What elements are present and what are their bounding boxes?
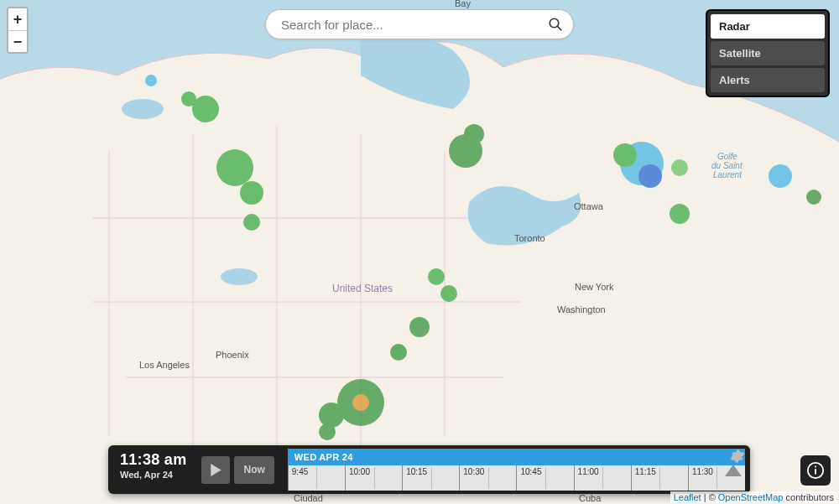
timeline-tick: 10:15 [402, 465, 459, 491]
timeline-header: WED APR 24 [288, 449, 745, 465]
info-icon [806, 461, 825, 480]
svg-point-19 [613, 143, 637, 167]
svg-point-16 [319, 423, 336, 440]
svg-point-4 [216, 149, 253, 186]
svg-point-18 [638, 164, 662, 188]
timeline-tick: 11:00 [574, 465, 631, 491]
city-label: Cuba [579, 493, 602, 503]
city-label: Los Angeles [139, 360, 190, 370]
play-icon [211, 464, 221, 476]
timeline-tick: 10:00 [345, 465, 402, 491]
svg-point-24 [145, 75, 157, 86]
svg-rect-31 [815, 466, 816, 468]
layer-tab-alerts[interactable]: Alerts [711, 68, 825, 92]
zoom-in-button[interactable]: + [8, 8, 27, 30]
svg-point-14 [352, 394, 369, 411]
svg-point-1 [122, 99, 164, 119]
svg-point-11 [409, 317, 430, 337]
city-label: Bay [455, 0, 471, 8]
attribution: Leaflet | © OpenStreetMap contributors [670, 491, 837, 503]
search-button[interactable] [538, 9, 573, 39]
zoom-out-button[interactable]: − [8, 30, 27, 52]
svg-point-21 [670, 204, 690, 224]
layer-tab-satellite[interactable]: Satellite [711, 41, 825, 65]
city-label: Phoenix [216, 350, 249, 360]
city-label: Ciudad [294, 493, 323, 503]
city-label: Ottawa [574, 201, 604, 211]
zoom-control: + − [7, 7, 29, 54]
timeline-scale[interactable]: 9:45 10:00 10:15 10:30 10:45 11:00 11:15… [288, 465, 745, 491]
timeline-tick: 11:15 [631, 465, 688, 491]
sea-label: Golfe [717, 152, 737, 161]
svg-line-28 [557, 26, 561, 30]
svg-point-9 [428, 268, 445, 285]
timeline-tick: 10:45 [516, 465, 573, 491]
layer-panel: Radar Satellite Alerts [706, 9, 830, 97]
svg-point-12 [390, 344, 407, 361]
timeline-control: 11:38 am Wed, Apr 24 Now WED APR 24 9:45… [108, 445, 750, 494]
info-button[interactable] [800, 455, 831, 486]
gear-icon [730, 449, 745, 464]
svg-point-0 [221, 268, 258, 285]
now-button[interactable]: Now [234, 456, 274, 484]
osm-link[interactable]: OpenStreetMap [718, 492, 784, 502]
play-button[interactable] [201, 456, 230, 484]
timeline-date: Wed, Apr 24 [120, 470, 186, 480]
svg-point-23 [769, 164, 792, 188]
timeline-tick: 9:45 [288, 465, 345, 491]
city-label: New York [575, 282, 614, 292]
svg-point-3 [181, 91, 196, 107]
timeline-tick: 10:30 [459, 465, 516, 491]
city-label: Toronto [514, 233, 545, 243]
leaflet-link[interactable]: Leaflet [674, 492, 701, 502]
svg-point-5 [240, 181, 263, 205]
svg-point-22 [806, 190, 821, 205]
search-bar [265, 9, 574, 39]
svg-text:du Saint: du Saint [711, 161, 743, 170]
search-input[interactable] [266, 18, 538, 32]
svg-point-8 [464, 124, 484, 144]
svg-point-20 [671, 159, 688, 176]
search-icon [548, 17, 563, 32]
svg-point-15 [319, 403, 344, 428]
svg-rect-30 [815, 469, 816, 474]
layer-tab-radar[interactable]: Radar [711, 14, 825, 39]
city-label: Washington [557, 304, 606, 314]
svg-point-6 [243, 214, 260, 231]
timeline-time-block: 11:38 am Wed, Apr 24 [108, 445, 196, 494]
timeline-track[interactable]: WED APR 24 9:45 10:00 10:15 10:30 10:45 … [288, 449, 745, 491]
timeline-settings-button[interactable] [730, 449, 745, 467]
svg-text:Laurent: Laurent [713, 170, 743, 179]
svg-point-10 [440, 285, 457, 302]
country-label: United States [332, 283, 393, 294]
timeline-time: 11:38 am [120, 451, 186, 469]
